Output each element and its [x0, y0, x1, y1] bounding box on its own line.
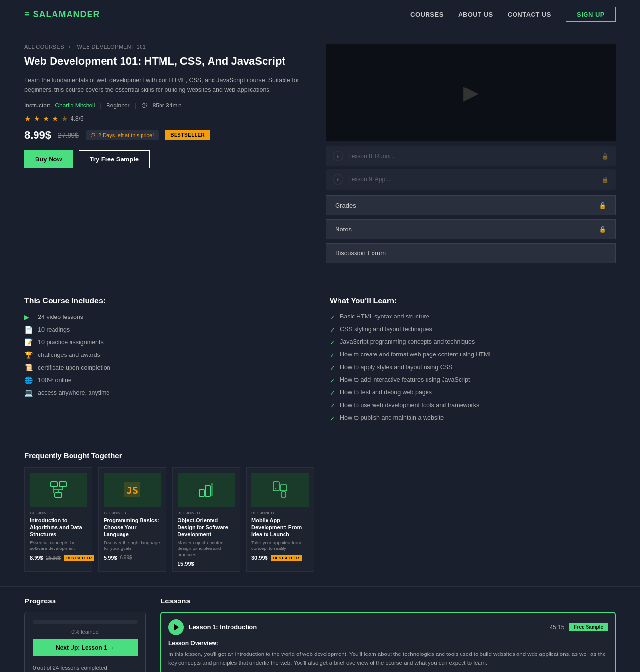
video-area: ▶ — [326, 44, 616, 141]
card-icon-3 — [178, 473, 235, 507]
progress-box: 0% learned Next Up: Lesson 1 → 0 out of … — [24, 612, 146, 672]
breadcrumb: ALL COURSES › WEB DEVELOPMENT 101 — [24, 44, 311, 50]
card-tag-1: Beginner — [30, 511, 87, 515]
clock-icon: ⏱ — [141, 102, 148, 109]
card-name-4: Mobile App Development: From Idea to Lau… — [251, 517, 309, 538]
lesson-header: Lesson 1: Introduction 45:15 Free Sample — [168, 619, 608, 635]
video-icon: ▶ — [24, 313, 33, 321]
list-item: ✓How to test and debug web pages — [330, 389, 616, 397]
list-item: 📜certificate upon completion — [24, 364, 310, 371]
navbar: ≡ SALAMANDER COURSES ABOUT US CONTACT US… — [0, 0, 640, 29]
course-duration: 85hr 34min — [153, 102, 182, 109]
card-price-row-4: 30.99$ BESTSELLER — [251, 555, 309, 561]
bought-grid: Beginner Introduction to Algorithms and … — [24, 467, 616, 572]
instructor-link[interactable]: Charlie Mitchell — [55, 102, 95, 109]
price-current: 8.99$ — [24, 129, 51, 141]
price-row: 8.99$ 27.99$ ⏱ 2 Days left at this price… — [24, 129, 311, 141]
lesson-card-featured[interactable]: Lesson 1: Introduction 45:15 Free Sample… — [160, 612, 616, 672]
svg-text:JS: JS — [126, 484, 138, 496]
lesson-overview-text: In this lesson, you'll get an introducti… — [168, 650, 608, 668]
bought-card-1[interactable]: Beginner Introduction to Algorithms and … — [24, 467, 92, 572]
check-icon: ✓ — [330, 364, 335, 371]
bestseller-badge: BESTSELLER — [165, 130, 210, 140]
card-price-row-3: 15.99$ — [178, 561, 235, 566]
left-panel: ALL COURSES › WEB DEVELOPMENT 101 Web De… — [24, 44, 311, 267]
svg-rect-9 — [199, 490, 204, 496]
check-icon: ✓ — [330, 402, 335, 409]
check-icon: ✓ — [330, 339, 335, 346]
course-description: Learn the fundamentals of web developmen… — [24, 75, 311, 95]
discussion-sidebar-button[interactable]: Discussion Forum — [326, 243, 616, 263]
list-item: ✓How to publish and maintain a website — [330, 414, 616, 422]
play-circle-9: ▶ — [333, 174, 343, 185]
list-item: 📝10 practice assignments — [24, 338, 310, 346]
signup-button[interactable]: SIGN UP — [566, 7, 616, 22]
price-timer: ⏱ 2 Days left at this price! — [86, 130, 159, 140]
includes-title: This Course Includes: — [24, 297, 310, 305]
lessons-title: Lessons — [160, 597, 616, 605]
breadcrumb-all-courses[interactable]: ALL COURSES — [24, 44, 64, 50]
check-icon: ✓ — [330, 389, 335, 397]
includes-col: This Course Includes: ▶24 video lessons … — [24, 297, 310, 427]
nav-contact[interactable]: CONTACT US — [508, 11, 551, 18]
nav-about[interactable]: ABOUT US — [458, 11, 493, 18]
notes-sidebar-button[interactable]: Notes 🔒 — [326, 219, 616, 239]
sidebar-lesson-8: ▶ Lesson 8: Runni... 🔒 — [326, 146, 616, 166]
star-5: ★ — [61, 114, 68, 123]
card-tag-2: Beginner — [104, 511, 161, 515]
lock-icon-9: 🔒 — [601, 176, 609, 183]
try-free-button[interactable]: Try Free Sample — [79, 150, 150, 168]
card-icon-2: JS — [104, 473, 161, 507]
free-sample-badge: Free Sample — [569, 623, 608, 631]
buy-now-button[interactable]: Buy Now — [24, 150, 73, 168]
timer-icon: ⏱ — [90, 132, 96, 138]
card-desc-1: Essential concepts for software developm… — [30, 540, 87, 552]
nav-courses[interactable]: COURSES — [410, 11, 444, 18]
right-panel: ▶ ▶ Lesson 8: Runni... 🔒 ▶ Lesson 9: App… — [326, 44, 616, 267]
card-price-4: 30.99$ — [251, 555, 268, 561]
play-icon — [173, 624, 179, 631]
card-icon-4 — [251, 473, 309, 507]
play-button-green[interactable] — [168, 619, 184, 635]
oop-icon — [196, 480, 216, 499]
grades-sidebar-button[interactable]: Grades 🔒 — [326, 195, 616, 215]
algorithms-icon — [49, 480, 68, 499]
check-icon: ✓ — [330, 377, 335, 384]
access-icon: 💻 — [24, 389, 33, 397]
lock-icon-8: 🔒 — [601, 153, 609, 160]
learn-list: ✓Basic HTML syntax and structure ✓CSS st… — [330, 313, 616, 422]
lesson-1-duration: 45:15 — [550, 624, 564, 631]
card-price-row-2: 5.99$ 6.99$ — [104, 555, 161, 561]
bought-card-2[interactable]: JS Beginner Programming Basics: Choose Y… — [98, 467, 166, 572]
list-item: ▶24 video lessons — [24, 313, 310, 321]
list-item: 🌐100% online — [24, 376, 310, 384]
svg-rect-14 — [281, 492, 286, 497]
svg-rect-1 — [59, 482, 66, 487]
svg-rect-0 — [51, 482, 57, 487]
assignment-icon: 📝 — [24, 338, 33, 346]
card-tag-4: Beginner — [251, 511, 309, 515]
card-name-2: Programming Basics: Choose Your Language — [104, 517, 161, 538]
card-price-1: 8.99$ — [30, 555, 43, 561]
bought-card-4[interactable]: Beginner Mobile App Development: From Id… — [246, 467, 314, 572]
lesson-1-title: Lesson 1: Introduction — [189, 623, 545, 631]
list-item: ✓How to create and format web page conte… — [330, 351, 616, 359]
sidebar-lesson-9-title: Lesson 9: App... — [348, 176, 596, 183]
progress-label: 0% learned — [33, 629, 138, 635]
svg-point-16 — [283, 495, 284, 495]
svg-rect-2 — [55, 493, 62, 497]
price-original: 27.99$ — [58, 131, 79, 139]
bought-section: Frequently Bought Together Beginner Intr… — [0, 442, 640, 586]
progress-bar-bg — [33, 620, 138, 624]
check-icon: ✓ — [330, 352, 335, 359]
card-icon-1 — [30, 473, 87, 507]
card-desc-2: Discover the right language for your goa… — [104, 540, 161, 552]
star-3: ★ — [43, 114, 49, 123]
lesson-overview-title: Lesson Overview: — [168, 640, 608, 647]
progress-title: Progress — [24, 597, 146, 605]
next-up-button[interactable]: Next Up: Lesson 1 → — [33, 639, 138, 656]
bought-card-3[interactable]: Beginner Object-Oriented Design for Soft… — [172, 467, 240, 572]
card-badge-1: BESTSELLER — [64, 555, 94, 561]
card-name-1: Introduction to Algorithms and Data Stru… — [30, 517, 87, 538]
list-item: 📄10 readings — [24, 326, 310, 334]
